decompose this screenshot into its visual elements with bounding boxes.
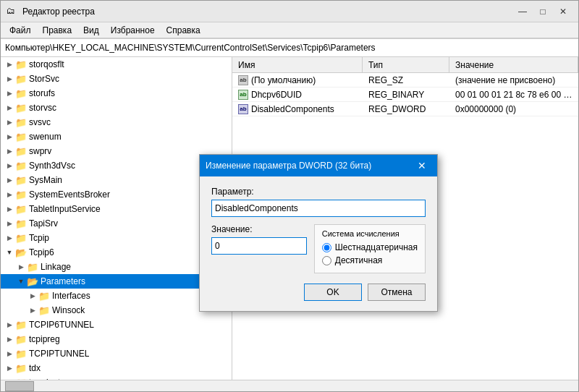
radio-hex[interactable] [322, 243, 331, 252]
reg-sz-icon: ab [238, 75, 248, 85]
tree-item-label: TCPIPTUNNEL [29, 349, 89, 359]
tree-item-storsvc[interactable]: ▶ 📁 StorSvc [1, 72, 232, 86]
tree-item-label: tdx [29, 363, 41, 373]
folder-icon: 📁 [15, 59, 27, 69]
tree-item-swenum[interactable]: ▶ 📁 swenum [1, 129, 232, 144]
folder-icon: 📁 [15, 117, 27, 127]
reg-binary-icon: ab [238, 90, 248, 100]
tree-item-label: SysMain [29, 175, 62, 185]
title-bar-left: 🗂 Редактор реестра [7, 6, 95, 17]
detail-row-disabledcomponents[interactable]: ab DisabledComponents REG_DWORD 0x000000… [232, 102, 578, 116]
radio-dec-row: Десятичная [322, 255, 418, 265]
tree-item-storqosflt[interactable]: ▶ 📁 storqosflt [1, 57, 232, 72]
folder-icon: 📁 [15, 320, 27, 330]
detail-row-default[interactable]: ab (По умолчанию) REG_SZ (значение не пр… [232, 73, 578, 88]
tree-item-tcpip6tunnel[interactable]: ▶ 📁 TCPIP6TUNNEL [1, 318, 232, 332]
tree-item-winsock[interactable]: ▶ 📁 Winsock [1, 303, 232, 318]
tree-item-storufs[interactable]: ▶ 📁 storufs [1, 86, 232, 101]
tree-item-sysmain[interactable]: ▶ 📁 SysMain [1, 173, 232, 187]
tree-item-synth3dvsc[interactable]: ▶ 📁 Synth3dVsc [1, 158, 232, 173]
tree-item-label: Interfaces [52, 291, 90, 301]
title-bar: 🗂 Редактор реестра — □ ✕ [1, 1, 578, 22]
maximize-button[interactable]: □ [533, 4, 552, 19]
menu-help[interactable]: Справка [161, 24, 206, 37]
expand-icon: ▶ [4, 102, 15, 114]
expand-icon: ▶ [4, 362, 15, 374]
radio-dec[interactable] [322, 256, 331, 265]
folder-icon: 📁 [15, 161, 27, 171]
modal-close-button[interactable]: ✕ [413, 158, 431, 173]
minimize-button[interactable]: — [513, 4, 532, 19]
tree-item-parameters[interactable]: ▼ 📂 Parameters [1, 274, 232, 289]
tree-item-storvsc[interactable]: ▶ 📁 storvsc [1, 101, 232, 115]
tree-item-swprv[interactable]: ▶ 📁 swprv [1, 144, 232, 158]
tree-item-linkage[interactable]: ▶ 📁 Linkage [1, 260, 232, 274]
folder-icon: 📁 [15, 363, 27, 373]
expand-icon: ▶ [4, 319, 15, 331]
expand-icon: ▶ [27, 304, 38, 316]
tree-item-label: svsvc [29, 117, 51, 127]
expand-icon: ▶ [4, 131, 15, 142]
expand-icon: ▶ [27, 290, 38, 302]
content-area: ▶ 📁 storqosflt ▶ 📁 StorSvc ▶ 📁 storufs ▶… [1, 57, 578, 380]
radio-dec-label: Десятичная [335, 255, 383, 265]
tree-item-tcpiptunnel[interactable]: ▶ 📁 TCPIPTUNNEL [1, 346, 232, 361]
expand-icon: ▶ [4, 59, 15, 70]
folder-icon: 📁 [15, 204, 27, 214]
menu-favorites[interactable]: Избранное [105, 24, 161, 37]
modal-row: Значение: Система исчисления Шестнадцате… [211, 224, 426, 273]
param-input[interactable] [211, 200, 426, 217]
expand-icon: ▶ [4, 189, 15, 200]
folder-icon: 📁 [15, 88, 27, 98]
tree-item-tcpip[interactable]: ▶ 📁 Tcpip [1, 231, 232, 245]
title-controls: — □ ✕ [513, 4, 572, 19]
ok-button[interactable]: OK [304, 284, 362, 301]
value-input[interactable] [211, 237, 307, 255]
tree-item-systemeventsbroker[interactable]: ▶ 📁 SystemEventsBroker [1, 187, 232, 202]
tree-item-label: Winsock [52, 305, 85, 315]
tree-item-label: storufs [29, 88, 55, 98]
modal-title: Изменение параметра DWORD (32 бита) [206, 161, 371, 171]
detail-cell-value: (значение не присвоено) [449, 75, 578, 85]
detail-cell-name: ab Dhcpv6DUID [232, 90, 363, 100]
tree-item-tdx[interactable]: ▶ 📁 tdx [1, 361, 232, 375]
close-button[interactable]: ✕ [554, 4, 572, 19]
col-header-name: Имя [232, 57, 363, 72]
modal-dword-edit: Изменение параметра DWORD (32 бита) ✕ Па… [199, 154, 438, 312]
folder-icon: 📁 [38, 291, 50, 301]
folder-icon: 📁 [15, 132, 27, 142]
detail-cell-value: 00 01 00 01 21 8c 78 e6 00 0c 29 72 d4 e… [449, 90, 578, 100]
menu-view[interactable]: Вид [77, 24, 105, 37]
folder-icon: 📁 [27, 262, 38, 272]
radios-section: Система исчисления Шестнадцатеричная Дес… [314, 224, 426, 273]
tree-item-terminpt[interactable]: ▶ 📁 terminpt [1, 375, 232, 380]
tree-item-label: Parameters [41, 276, 85, 286]
tree-item-label: storvsc [29, 103, 56, 113]
tree-item-tcpipreg[interactable]: ▶ 📁 tcpipreg [1, 332, 232, 346]
folder-icon: 📁 [15, 233, 27, 243]
tree-item-tabletinputservice[interactable]: ▶ 📁 TabletInputService [1, 202, 232, 216]
tree-item-svsvc[interactable]: ▶ 📁 svsvc [1, 115, 232, 129]
tree-item-tcpip6[interactable]: ▼ 📂 Tcpip6 [1, 245, 232, 260]
menu-file[interactable]: Файл [4, 24, 37, 37]
tree-item-label: Linkage [41, 262, 71, 272]
scroll-thumb[interactable] [5, 381, 34, 391]
menu-edit[interactable]: Правка [37, 24, 78, 37]
tree-item-label: StorSvc [29, 74, 59, 84]
radio-hex-row: Шестнадцатеричная [322, 242, 418, 252]
window-title: Редактор реестра [22, 7, 95, 17]
app-icon: 🗂 [7, 6, 18, 17]
folder-icon: 📂 [27, 276, 38, 286]
tree-item-label: Tcpip [29, 233, 49, 243]
tree-item-tapisrv[interactable]: ▶ 📁 TapiSrv [1, 216, 232, 231]
reg-dword-icon: ab [238, 104, 248, 114]
folder-icon: 📂 [15, 247, 27, 257]
modal-buttons: OK Отмена [211, 284, 426, 301]
col-header-value: Значение [449, 57, 578, 72]
tree-item-label: SystemEventsBroker [29, 189, 110, 200]
detail-row-dhcpv6duid[interactable]: ab Dhcpv6DUID REG_BINARY 00 01 00 01 21 … [232, 88, 578, 102]
tree-item-interfaces[interactable]: ▶ 📁 Interfaces [1, 289, 232, 303]
expand-icon: ▶ [4, 232, 15, 244]
cancel-button[interactable]: Отмена [368, 284, 426, 301]
expand-icon: ▶ [4, 160, 15, 171]
